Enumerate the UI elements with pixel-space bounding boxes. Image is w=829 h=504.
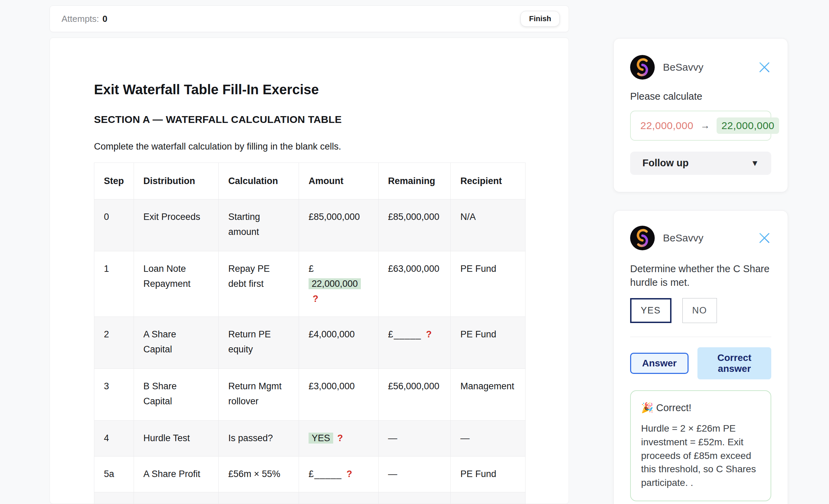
cell-remaining: — bbox=[378, 492, 451, 504]
table-row: 0Exit ProceedsStarting amount£85,000,000… bbox=[94, 199, 526, 251]
cell-calculation: £56m × 30% bbox=[218, 492, 299, 504]
cell-recipient: N/A bbox=[451, 199, 526, 251]
cell-step: 3 bbox=[94, 369, 134, 421]
cell-amount: £_____? bbox=[299, 457, 378, 492]
besavvy-logo-icon bbox=[630, 55, 655, 80]
follow-up-button[interactable]: Follow up ▼ bbox=[630, 152, 771, 175]
question-mark-indicator: ? bbox=[426, 329, 432, 339]
cell-calculation: £56m × 55% bbox=[218, 457, 299, 492]
cell-remaining: £63,000,000 bbox=[378, 251, 451, 317]
cell-step: 2 bbox=[94, 317, 134, 369]
page-title: Exit Waterfall Table Fill-In Exercise bbox=[94, 81, 526, 98]
close-icon[interactable] bbox=[758, 60, 771, 74]
option-no-button[interactable]: NO bbox=[682, 298, 717, 323]
table-row: 2A Share CapitalReturn PE equity£4,000,0… bbox=[94, 317, 526, 369]
cell-distribution: Hurdle Test bbox=[134, 421, 218, 457]
col-header-recipient: Recipient bbox=[451, 163, 526, 199]
cell-recipient: PE Fund bbox=[451, 457, 526, 492]
cell-amount: YES? bbox=[299, 421, 378, 457]
brand-name: BeSavvy bbox=[663, 232, 758, 244]
cell-text: £ bbox=[309, 469, 314, 479]
exercise-card: Exit Waterfall Table Fill-In Exercise SE… bbox=[50, 38, 569, 504]
feedback-title: 🎉 Correct! bbox=[641, 402, 760, 414]
cell-step: 5a bbox=[94, 457, 134, 492]
calculation-box: 22,000,000 → 22,000,000 bbox=[630, 111, 771, 141]
col-header-amount: Amount bbox=[299, 163, 378, 199]
question-mark-indicator: ? bbox=[313, 294, 318, 304]
question-mark-indicator: ? bbox=[346, 469, 352, 479]
question-mark-indicator: ? bbox=[337, 433, 343, 443]
cell-remaining: £56,000,000 bbox=[378, 369, 451, 421]
table-row: 5bB Share Profit£56m × 30%£_____?—Manage… bbox=[94, 492, 526, 504]
highlighted-answer[interactable]: YES bbox=[309, 433, 333, 444]
brand-name: BeSavvy bbox=[663, 61, 758, 73]
cell-text: £56,000,000 bbox=[388, 381, 439, 391]
cell-remaining: £_____? bbox=[378, 317, 451, 369]
answer-options: YES NO bbox=[630, 298, 771, 323]
cell-amount: £ 22,000,000? bbox=[299, 251, 378, 317]
cell-recipient: — bbox=[451, 421, 526, 457]
attempts-label: Attempts: bbox=[62, 14, 99, 24]
cell-remaining: — bbox=[378, 457, 451, 492]
top-bar: Attempts: 0 Finish bbox=[50, 5, 569, 32]
cell-text: — bbox=[388, 469, 397, 479]
table-row: 5aA Share Profit£56m × 55%£_____?—PE Fun… bbox=[94, 457, 526, 492]
chevron-down-icon: ▼ bbox=[751, 158, 759, 168]
answer-button[interactable]: Answer bbox=[630, 353, 689, 374]
cell-text: £3,000,000 bbox=[309, 381, 355, 391]
col-header-step: Step bbox=[94, 163, 134, 199]
cell-calculation: Is passed? bbox=[218, 421, 299, 457]
col-header-calculation: Calculation bbox=[218, 163, 299, 199]
table-row: 1Loan Note RepaymentRepay PE debt first£… bbox=[94, 251, 526, 317]
cell-step: 5b bbox=[94, 492, 134, 504]
section-heading: SECTION A — WATERFALL CALCULATION TABLE bbox=[94, 113, 526, 126]
col-header-remaining: Remaining bbox=[378, 163, 451, 199]
instruction-text: Complete the waterfall calculation by fi… bbox=[94, 141, 526, 152]
close-icon[interactable] bbox=[758, 231, 771, 245]
cell-calculation: Return PE equity bbox=[218, 317, 299, 369]
feedback-body: Hurdle = 2 × £26m PE investment = £52m. … bbox=[641, 422, 764, 490]
col-header-distribution: Distribution bbox=[134, 163, 218, 199]
besavvy-panel-question: BeSavvy Determine whether the C Share hu… bbox=[613, 210, 788, 504]
cell-distribution: B Share Profit bbox=[134, 492, 218, 504]
cell-calculation: Repay PE debt first bbox=[218, 251, 299, 317]
cell-text: £ bbox=[388, 329, 393, 339]
cell-distribution: B Share Capital bbox=[134, 369, 218, 421]
action-buttons: Answer Correct answer bbox=[630, 347, 771, 379]
besavvy-panel-calculate: BeSavvy Please calculate 22,000,000 → 22… bbox=[613, 38, 788, 192]
cell-recipient: Management bbox=[451, 369, 526, 421]
cell-step: 4 bbox=[94, 421, 134, 457]
attempts-counter: Attempts: 0 bbox=[62, 14, 107, 24]
panel-header: BeSavvy bbox=[630, 226, 771, 250]
cell-text: £4,000,000 bbox=[309, 329, 355, 339]
correct-answer-button[interactable]: Correct answer bbox=[697, 347, 771, 379]
cell-calculation: Starting amount bbox=[218, 199, 299, 251]
cell-recipient: PE Fund bbox=[451, 251, 526, 317]
feedback-box: 🎉 Correct! Hurdle = 2 × £26m PE investme… bbox=[630, 390, 771, 501]
cell-text: £ bbox=[309, 264, 314, 274]
attempts-value: 0 bbox=[103, 14, 107, 24]
cell-distribution: Exit Proceeds bbox=[134, 199, 218, 251]
cell-amount: £3,000,000 bbox=[299, 369, 378, 421]
blank-fill-field[interactable]: _____ bbox=[394, 329, 421, 339]
cell-text: — bbox=[388, 433, 397, 443]
panel-header: BeSavvy bbox=[630, 55, 771, 80]
waterfall-table: Step Distribution Calculation Amount Rem… bbox=[94, 163, 526, 504]
finish-button[interactable]: Finish bbox=[520, 11, 560, 27]
cell-text: £85,000,000 bbox=[388, 212, 439, 222]
option-yes-button[interactable]: YES bbox=[630, 298, 671, 323]
arrow-right-icon: → bbox=[700, 120, 710, 131]
cell-amount: £_____? bbox=[299, 492, 378, 504]
calc-to-value[interactable]: 22,000,000 bbox=[717, 117, 779, 134]
cell-step: 1 bbox=[94, 251, 134, 317]
calculate-prompt: Please calculate bbox=[630, 90, 771, 102]
cell-recipient: PE Fund bbox=[451, 317, 526, 369]
cell-amount: £4,000,000 bbox=[299, 317, 378, 369]
follow-up-label: Follow up bbox=[642, 157, 689, 169]
blank-fill-field[interactable]: _____ bbox=[314, 469, 342, 479]
table-header-row: Step Distribution Calculation Amount Rem… bbox=[94, 163, 526, 199]
question-text: Determine whether the C Share hurdle is … bbox=[630, 262, 782, 289]
cell-recipient: Management bbox=[451, 492, 526, 504]
highlighted-answer[interactable]: 22,000,000 bbox=[309, 278, 361, 289]
cell-remaining: — bbox=[378, 421, 451, 457]
